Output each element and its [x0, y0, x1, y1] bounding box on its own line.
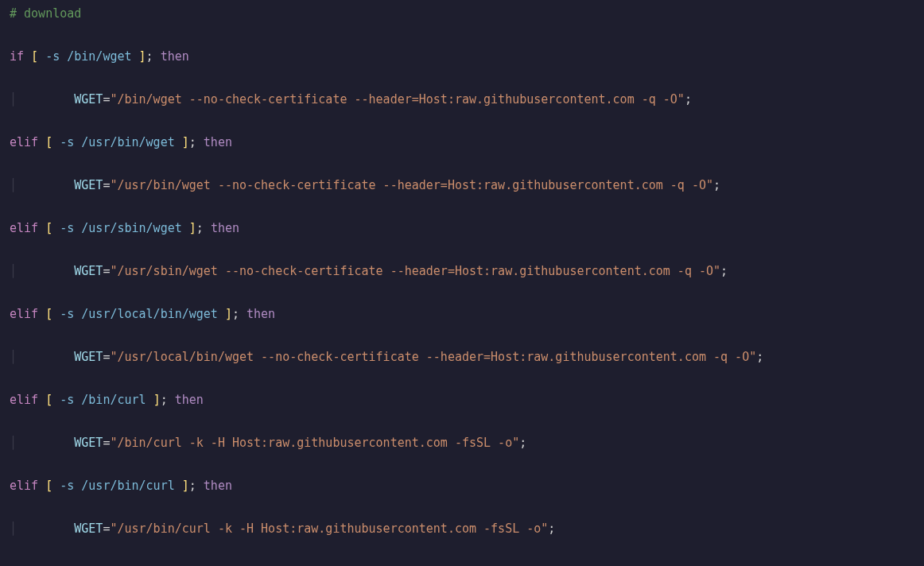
- kw-elif: elif: [10, 307, 38, 321]
- semicolon: ;: [189, 479, 196, 493]
- var-wget: WGET: [74, 350, 103, 364]
- flag-s: -s: [60, 479, 74, 493]
- flag-s: -s: [60, 393, 74, 407]
- path: /bin/curl: [81, 393, 146, 407]
- kw-then: then: [161, 49, 189, 64]
- indent-guide: │: [10, 350, 17, 364]
- kw-elif: elif: [10, 393, 38, 407]
- bracket-close: ]: [182, 479, 189, 493]
- semicolon: ;: [519, 436, 526, 450]
- bracket-open: [: [45, 307, 52, 321]
- var-wget: WGET: [74, 521, 103, 536]
- bracket-close: ]: [153, 393, 161, 407]
- string-value: "/bin/curl -k -H Host:raw.githubusercont…: [110, 436, 519, 450]
- flag-s: -s: [60, 135, 74, 149]
- bracket-close: ]: [225, 307, 232, 321]
- indent: [17, 350, 74, 364]
- string-value: "/usr/bin/wget --no-check-certificate --…: [110, 178, 713, 192]
- indent: [17, 521, 74, 536]
- var-wget: WGET: [74, 436, 103, 450]
- indent-guide: │: [10, 264, 17, 278]
- var-wget: WGET: [74, 92, 103, 107]
- kw-if: if: [10, 49, 24, 64]
- indent: [17, 436, 74, 450]
- indent: [17, 178, 74, 192]
- path: /usr/bin/curl: [81, 479, 174, 493]
- indent-guide: │: [10, 92, 17, 107]
- semicolon: ;: [161, 393, 168, 407]
- semicolon: ;: [548, 521, 555, 536]
- semicolon: ;: [196, 221, 204, 235]
- string-value: "/usr/sbin/wget --no-check-certificate -…: [110, 264, 720, 278]
- semicolon: ;: [685, 92, 692, 107]
- semicolon: ;: [756, 350, 763, 364]
- code-block: # download if [ -s /bin/wget ]; then │ W…: [10, 3, 914, 566]
- bracket-open: [: [45, 479, 52, 493]
- flag-s: -s: [45, 49, 60, 64]
- var-wget: WGET: [74, 264, 103, 278]
- path: /bin/wget: [67, 49, 131, 64]
- path: /usr/bin/wget: [81, 135, 174, 149]
- path: /usr/local/bin/wget: [81, 307, 218, 321]
- bracket-close: ]: [182, 135, 189, 149]
- bracket-open: [: [45, 393, 52, 407]
- bracket-open: [: [31, 49, 38, 64]
- kw-elif: elif: [10, 221, 38, 235]
- kw-then: then: [247, 307, 275, 321]
- string-value: "/bin/wget --no-check-certificate --head…: [110, 92, 684, 107]
- bracket-close: ]: [139, 49, 146, 64]
- kw-elif: elif: [10, 135, 38, 149]
- flag-s: -s: [60, 221, 74, 235]
- semicolon: ;: [713, 178, 720, 192]
- semicolon: ;: [232, 307, 239, 321]
- string-value: "/usr/bin/curl -k -H Host:raw.githubuser…: [110, 521, 548, 536]
- string-value: "/usr/local/bin/wget --no-check-certific…: [110, 350, 756, 364]
- semicolon: ;: [720, 264, 728, 278]
- flag-s: -s: [60, 307, 74, 321]
- path: /usr/sbin/wget: [81, 221, 181, 235]
- indent-guide: │: [10, 521, 17, 536]
- var-wget: WGET: [74, 178, 103, 192]
- semicolon: ;: [146, 49, 153, 64]
- kw-elif: elif: [10, 479, 38, 493]
- indent: [17, 264, 74, 278]
- comment: # download: [10, 6, 81, 21]
- kw-then: then: [204, 135, 232, 149]
- indent: [17, 92, 74, 107]
- kw-then: then: [175, 393, 204, 407]
- semicolon: ;: [189, 135, 196, 149]
- indent-guide: │: [10, 436, 17, 450]
- bracket-open: [: [45, 221, 52, 235]
- kw-then: then: [211, 221, 239, 235]
- kw-then: then: [204, 479, 232, 493]
- bracket-open: [: [45, 135, 52, 149]
- indent-guide: │: [10, 178, 17, 192]
- bracket-close: ]: [189, 221, 196, 235]
